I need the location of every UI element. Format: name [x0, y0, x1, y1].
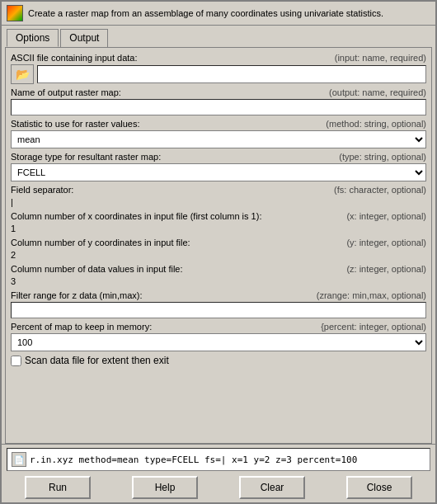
ascii-row: ASCII file containing input data: (input…	[11, 53, 426, 84]
percent-select[interactable]: 100 25 50 75	[11, 333, 426, 351]
filter-input[interactable]	[11, 302, 426, 318]
browse-button[interactable]: 📂	[11, 64, 34, 84]
separator-row: Field separator: (fs: character, optiona…	[11, 185, 426, 208]
scan-row: Scan data file for extent then exit	[11, 355, 426, 366]
filter-label: Filter range for z data (min,max):	[11, 290, 143, 300]
options-panel: ASCII file containing input data: (input…	[5, 47, 432, 444]
cmd-icon: 📄	[12, 452, 26, 467]
percent-hint: {percent: integer, optional)	[321, 322, 426, 332]
output-input[interactable]	[11, 99, 426, 115]
output-row: Name of output raster map: (output: name…	[11, 87, 426, 115]
tab-bar: Options Output	[2, 26, 435, 47]
statistic-row: Statistic to use for raster values: (met…	[11, 119, 426, 148]
command-text: r.in.xyz method=mean type=FCELL fs=| x=1…	[30, 455, 357, 465]
button-row: Run Help Clear Close	[7, 476, 430, 499]
colx-label: Column number of x coordinates in input …	[11, 211, 261, 221]
colx-hint: (x: integer, optional)	[346, 211, 426, 221]
storage-row: Storage type for resultant raster map: (…	[11, 152, 426, 181]
ascii-label: ASCII file containing input data:	[11, 53, 137, 63]
close-button[interactable]: Close	[346, 476, 412, 499]
command-display: 📄 r.in.xyz method=mean type=FCELL fs=| x…	[7, 448, 430, 471]
colz-label: Column number of data values in input fi…	[11, 264, 183, 274]
title-bar: Create a raster map from an assemblage o…	[2, 2, 435, 26]
app-icon	[7, 5, 23, 21]
tab-output[interactable]: Output	[60, 29, 108, 47]
bottom-bar: 📄 r.in.xyz method=mean type=FCELL fs=| x…	[2, 444, 435, 502]
storage-select[interactable]: FCELL CELL DCELL	[11, 163, 426, 181]
statistic-label: Statistic to use for raster values:	[11, 119, 140, 129]
output-hint: (output: name, required)	[329, 87, 426, 97]
filter-row: Filter range for z data (min,max): (zran…	[11, 290, 426, 318]
coly-value: 2	[11, 249, 426, 261]
clear-button[interactable]: Clear	[239, 476, 305, 499]
storage-label: Storage type for resultant raster map:	[11, 152, 161, 162]
tab-options[interactable]: Options	[7, 29, 59, 47]
output-label: Name of output raster map:	[11, 87, 121, 97]
colz-value: 3	[11, 276, 426, 287]
statistic-hint: (method: string, optional)	[326, 119, 426, 129]
statistic-select[interactable]: mean median mode stddev sum count	[11, 130, 426, 148]
ascii-input[interactable]	[37, 65, 426, 83]
percent-label: Percent of map to keep in memory:	[11, 322, 152, 332]
ascii-hint: (input: name, required)	[335, 53, 426, 63]
coly-hint: (y: integer, optional)	[346, 238, 426, 247]
colx-value: 1	[11, 223, 426, 234]
separator-label: Field separator:	[11, 185, 73, 195]
colx-row: Column number of x coordinates in input …	[11, 211, 426, 234]
scan-checkbox[interactable]	[11, 356, 21, 366]
run-button[interactable]: Run	[25, 476, 91, 499]
coly-row: Column number of y coordinates in input …	[11, 238, 426, 261]
colz-hint: (z: integer, optional)	[346, 264, 426, 274]
separator-hint: (fs: character, optional)	[334, 185, 426, 195]
storage-hint: (type: string, optional)	[339, 152, 426, 162]
help-button[interactable]: Help	[132, 476, 198, 499]
main-window: Create a raster map from an assemblage o…	[0, 0, 437, 504]
scan-label[interactable]: Scan data file for extent then exit	[25, 355, 169, 366]
coly-label: Column number of y coordinates in input …	[11, 238, 190, 247]
filter-hint: (zrange: min,max, optional)	[317, 290, 426, 300]
percent-row: Percent of map to keep in memory: {perce…	[11, 322, 426, 351]
window-title: Create a raster map from an assemblage o…	[28, 7, 383, 19]
separator-value: |	[11, 196, 426, 208]
colz-row: Column number of data values in input fi…	[11, 264, 426, 287]
